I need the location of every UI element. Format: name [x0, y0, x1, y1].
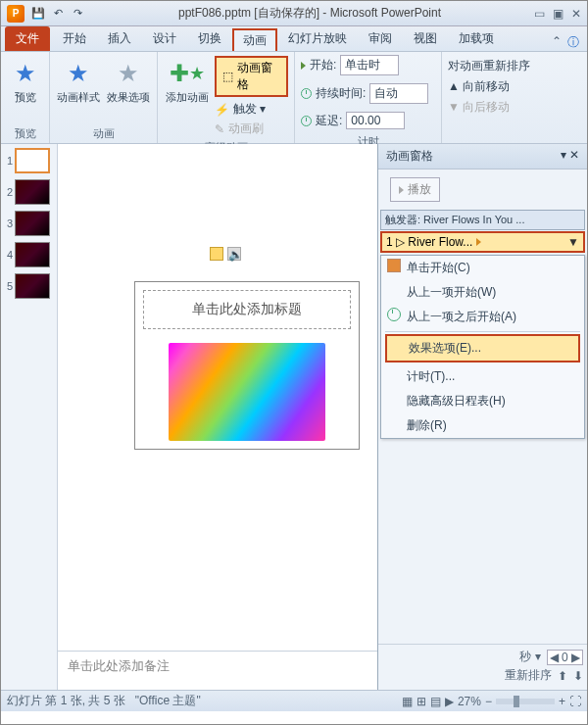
slide-thumbnails: 1 2 3 4 5	[1, 144, 58, 690]
delay-field[interactable]: 00.00	[346, 112, 405, 129]
tab-design[interactable]: 设计	[142, 26, 187, 51]
status-slide: 幻灯片 第 1 张, 共 5 张	[7, 693, 125, 709]
preview-button[interactable]: ★ 预览	[7, 54, 43, 104]
tab-file[interactable]: 文件	[5, 26, 50, 51]
maximize-icon[interactable]: ▣	[553, 7, 564, 21]
clock-icon	[301, 88, 312, 99]
star-plus-icon: ✚★	[172, 58, 203, 89]
anim-item-1[interactable]: 1 ▷ River Flow... ▼	[380, 231, 585, 253]
tab-addin[interactable]: 加载项	[448, 26, 505, 51]
preview-icon: ★	[10, 58, 41, 89]
view-sorter-icon[interactable]: ⊞	[416, 695, 426, 708]
slide-body[interactable]: 单击此处添加标题	[134, 281, 360, 450]
play-icon	[301, 62, 306, 70]
audio-object[interactable]: 🔈	[210, 247, 241, 261]
slide-canvas[interactable]: 🔈 单击此处添加标题	[58, 144, 377, 651]
ctx-after-prev[interactable]: 从上一项之后开始(A)	[381, 305, 584, 329]
sound-icon	[210, 247, 223, 261]
up-icon[interactable]: ⬆	[558, 669, 567, 683]
status-theme: "Office 主题"	[135, 693, 201, 709]
move-down-button: ▼ 向后移动	[448, 99, 510, 116]
qat-undo-icon[interactable]: ↶	[50, 6, 66, 22]
reorder-label: 对动画重新排序	[448, 58, 530, 74]
zoom-out-icon[interactable]: −	[485, 695, 492, 708]
play-button[interactable]: 播放	[390, 177, 440, 202]
star-icon: ★	[113, 58, 144, 89]
tab-review[interactable]: 审阅	[358, 26, 403, 51]
fit-icon[interactable]: ⛶	[569, 695, 581, 708]
title-placeholder[interactable]: 单击此处添加标题	[143, 290, 351, 329]
thumb-3[interactable]: 3	[3, 211, 55, 236]
anim-pane-button[interactable]: ⬚ 动画窗格	[215, 56, 288, 97]
thumb-4[interactable]: 4	[3, 242, 55, 267]
window-title: pptF086.pptm [自动保存的] - Microsoft PowerPo…	[85, 5, 534, 22]
tab-animation[interactable]: 动画	[232, 28, 277, 51]
view-reading-icon[interactable]: ▤	[430, 695, 441, 708]
zoom-slider[interactable]	[496, 699, 555, 704]
down-icon[interactable]: ⬇	[573, 669, 583, 683]
dropdown-icon[interactable]: ▼	[567, 235, 579, 249]
qat-save-icon[interactable]: 💾	[30, 6, 46, 22]
trigger-header: 触发器: River Flows In You ...	[380, 210, 585, 230]
tab-transition[interactable]: 切换	[187, 26, 232, 51]
qat-redo-icon[interactable]: ↷	[70, 6, 85, 22]
add-anim-button[interactable]: ✚★ 添加动画	[164, 54, 211, 104]
content-image[interactable]	[169, 343, 325, 441]
zoom-in-icon[interactable]: +	[559, 695, 565, 708]
effect-options-button[interactable]: ★ 效果选项	[106, 54, 152, 104]
star-icon: ★	[63, 58, 94, 89]
thumb-5[interactable]: 5	[3, 273, 55, 299]
pane-close-icon[interactable]: ▾ ✕	[561, 148, 579, 165]
tab-start[interactable]: 开始	[52, 26, 97, 51]
play-icon	[399, 186, 404, 194]
ctx-timing[interactable]: 计时(T)...	[381, 364, 584, 389]
help-icon[interactable]: ⓘ	[567, 34, 579, 51]
view-show-icon[interactable]: ▶	[445, 695, 454, 708]
mouse-icon	[387, 259, 401, 272]
painter-button[interactable]: ✎动画刷	[215, 120, 288, 138]
thumb-1[interactable]: 1	[3, 148, 55, 173]
ctx-with-prev[interactable]: 从上一项开始(W)	[381, 280, 584, 305]
notes-pane[interactable]: 单击此处添加备注	[58, 651, 377, 690]
clock-icon	[387, 308, 401, 321]
anim-pane-title: 动画窗格	[386, 148, 433, 165]
view-normal-icon[interactable]: ▦	[402, 695, 413, 708]
ribbon-min-icon[interactable]: ⌃	[552, 34, 562, 51]
close-icon[interactable]: ✕	[571, 7, 581, 21]
seconds-spinner[interactable]: ◀ 0 ▶	[547, 650, 583, 665]
play-icon	[476, 238, 481, 246]
ctx-hide-timeline[interactable]: 隐藏高级日程表(H)	[381, 389, 584, 413]
app-icon: P	[7, 5, 24, 23]
pane-icon: ⬚	[222, 70, 233, 83]
duration-field[interactable]: 自动	[369, 83, 428, 104]
context-menu: 单击开始(C) 从上一项开始(W) 从上一项之后开始(A) 效果选项(E)...…	[380, 255, 585, 439]
ctx-effect-options[interactable]: 效果选项(E)...	[385, 334, 580, 362]
tab-view[interactable]: 视图	[403, 26, 448, 51]
anim-style-button[interactable]: ★ 动画样式	[56, 54, 102, 104]
ctx-remove[interactable]: 删除(R)	[381, 413, 584, 438]
thumb-2[interactable]: 2	[3, 179, 55, 205]
trigger-button[interactable]: ⚡触发 ▾	[215, 100, 288, 119]
start-select[interactable]: 单击时	[340, 55, 399, 75]
tab-slideshow[interactable]: 幻灯片放映	[277, 26, 358, 51]
speaker-icon: 🔈	[227, 247, 241, 261]
tab-insert[interactable]: 插入	[97, 26, 142, 51]
resort-button[interactable]: 重新排序	[505, 667, 552, 684]
clock-icon	[301, 116, 312, 126]
brush-icon: ✎	[215, 122, 224, 136]
move-up-button[interactable]: ▲ 向前移动	[448, 78, 510, 95]
status-zoom: 27%	[458, 695, 481, 708]
ctx-click-start[interactable]: 单击开始(C)	[381, 256, 584, 280]
minimize-icon[interactable]: ▭	[534, 7, 545, 21]
